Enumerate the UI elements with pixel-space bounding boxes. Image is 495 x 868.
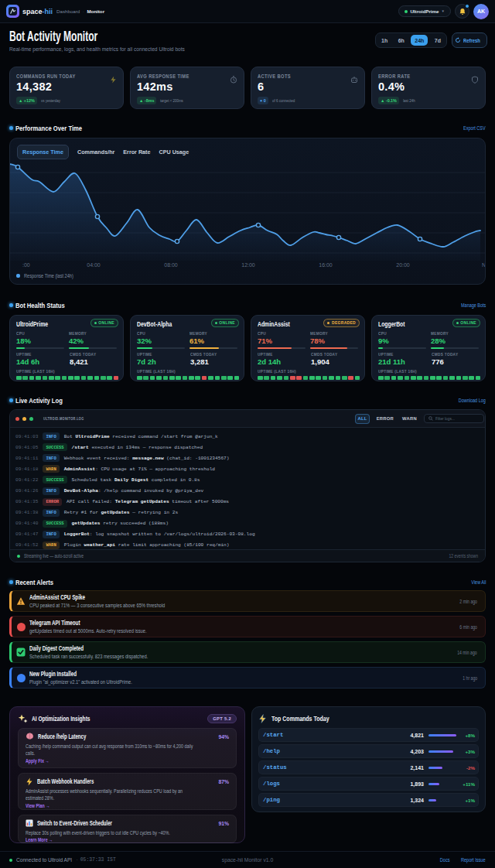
svg-text::00: :00 bbox=[22, 262, 30, 268]
svg-text:04:00: 04:00 bbox=[87, 262, 101, 268]
svg-text:Now: Now bbox=[482, 262, 486, 268]
svg-text:12:00: 12:00 bbox=[241, 262, 255, 268]
svg-text:20:00: 20:00 bbox=[396, 262, 410, 268]
svg-text:16:00: 16:00 bbox=[319, 262, 333, 268]
svg-text:08:00: 08:00 bbox=[164, 262, 178, 268]
